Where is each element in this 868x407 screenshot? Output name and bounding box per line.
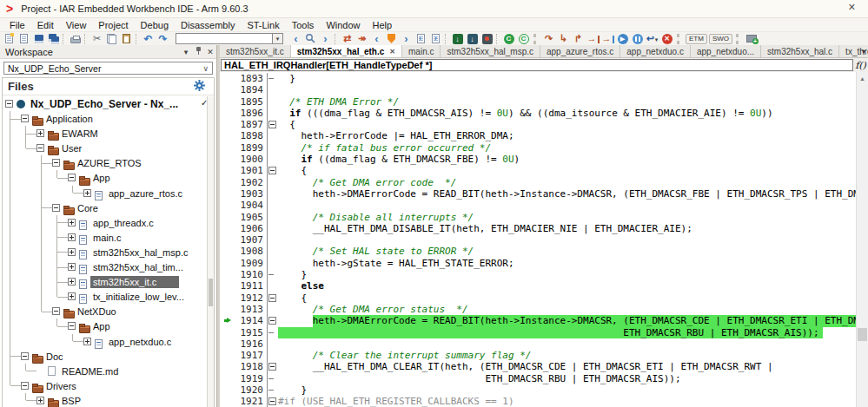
download-and-debug-icon[interactable]: ↓ [450, 32, 465, 45]
tree-row-app-threadx-c[interactable]: app_threadx.c [3, 215, 207, 230]
code-text[interactable]: } [278, 269, 856, 280]
breakpoint-margin[interactable] [220, 108, 235, 119]
break-icon[interactable] [630, 32, 645, 45]
code-line-1916[interactable]: 1916 [220, 338, 856, 350]
tree-item-label[interactable]: main.c [90, 232, 123, 244]
fold-margin[interactable] [267, 119, 278, 130]
tree-row-stm32h5xx-hal-msp-c[interactable]: stm32h5xx_hal_msp.c [3, 245, 207, 259]
tree-item-label[interactable]: stm32h5xx_it.c [90, 276, 179, 288]
tab-app-azure-rtos-c[interactable]: app_azure_rtos.c [540, 45, 620, 57]
prev-bookmark-icon[interactable]: ‹ [369, 32, 384, 45]
code-editor[interactable]: 1893 }18941895 /* ETH DMA Error */1896 i… [220, 72, 856, 407]
menu-tools[interactable]: Tools [286, 18, 321, 31]
tree-row-stm32h5xx-hal-tim[interactable]: stm32h5xx_hal_tim... [3, 259, 207, 274]
tree-item-label[interactable]: Nx_UDP_Echo_Server - Nx_... [28, 97, 181, 111]
tree-item-label[interactable]: User [59, 142, 84, 154]
code-text[interactable]: /* if fatal bus error occurred */ [278, 142, 856, 154]
save-icon[interactable] [31, 32, 46, 45]
toggle-bookmark-icon[interactable]: ⇄ [340, 32, 354, 45]
breakpoint-margin[interactable] [220, 361, 235, 372]
collapse-icon[interactable] [52, 307, 60, 315]
breakpoint-margin[interactable] [220, 188, 235, 200]
tree-item-label[interactable]: EWARM [59, 128, 101, 140]
code-text[interactable]: ETH_DMACSR_RBU | ETH_DMACSR_AIS)); [278, 373, 856, 384]
code-line-1910[interactable]: 1910 } [220, 269, 856, 280]
function-list-button[interactable]: f() [853, 60, 868, 71]
code-line-1905[interactable]: 1905 /* Disable all interrupts */ [220, 212, 856, 223]
menu-window[interactable]: Window [320, 18, 366, 31]
code-text[interactable]: ETH_DMACSR_RBU | ETH_DMACSR_AIS)); [278, 327, 856, 338]
collapse-icon[interactable] [68, 322, 76, 330]
code-line-1906[interactable]: 1906 __HAL_ETH_DMA_DISABLE_IT(heth, ETH_… [220, 223, 856, 234]
tree-scrollbar[interactable] [207, 96, 214, 407]
expand-icon[interactable] [68, 248, 76, 256]
menu-st-link[interactable]: ST-Link [241, 18, 285, 31]
code-line-1917[interactable]: 1917 /* Clear the interrupt summary flag… [220, 350, 856, 361]
breakpoint-margin[interactable] [220, 269, 235, 280]
code-line-1908[interactable]: 1908 /* Set HAL state to ERROR */ [220, 246, 856, 257]
tab-stm32h5xx-it-c[interactable]: stm32h5xx_it.c [220, 45, 291, 57]
breakpoint-margin[interactable] [220, 396, 235, 407]
close-window-icon[interactable]: ✕ [848, 2, 856, 13]
breakpoint-margin[interactable] [220, 246, 235, 257]
code-text[interactable]: /* Set HAL state to ERROR */ [278, 246, 856, 257]
cstat-analyze-icon[interactable]: C [501, 32, 516, 45]
code-text[interactable]: __HAL_ETH_DMA_CLEAR_IT(heth, (ETH_DMACSR… [278, 361, 856, 372]
tab-main-c[interactable]: main.c [402, 45, 441, 57]
expand-icon[interactable] [68, 219, 76, 226]
stop-debug-icon[interactable]: ✕ [659, 32, 674, 45]
tree-row-user[interactable]: User [3, 141, 207, 155]
breakpoint-margin[interactable] [220, 212, 235, 223]
code-text[interactable] [278, 338, 856, 350]
tree-scrollbar-thumb[interactable] [209, 279, 213, 306]
save-all-icon[interactable] [46, 32, 61, 45]
collapse-icon[interactable] [68, 174, 76, 181]
tree-item-label[interactable]: App [90, 320, 113, 332]
redo-icon[interactable]: ↷ [156, 32, 170, 45]
tree-row-application[interactable]: Application [3, 111, 207, 126]
tree-item-label[interactable]: Core [75, 202, 101, 214]
menu-edit[interactable]: Edit [31, 18, 60, 31]
fold-margin[interactable] [267, 165, 278, 176]
menu-help[interactable]: Help [367, 18, 399, 31]
tree-row-drivers[interactable]: Drivers [3, 378, 207, 393]
code-line-1918[interactable]: 1918 __HAL_ETH_DMA_CLEAR_IT(heth, (ETH_D… [220, 361, 856, 372]
breakpoint-margin[interactable] [220, 177, 235, 188]
tab-overflow-icon[interactable]: ▾ [862, 48, 865, 56]
code-line-1893[interactable]: 1893 } [220, 73, 856, 84]
code-line-1913[interactable]: 1913 /* Get DMA error status */ [220, 304, 856, 315]
editor-scrollbar-thumb[interactable] [858, 328, 867, 341]
code-line-1915[interactable]: 1915 ETH_DMACSR_RBU | ETH_DMACSR_AIS)); [220, 327, 856, 338]
code-line-1901[interactable]: 1901 { [220, 165, 856, 176]
breakpoint-margin[interactable] [220, 154, 235, 165]
code-line-1914[interactable]: 1914 heth->DMAErrorCode = READ_BIT(heth-… [220, 315, 856, 326]
workspace-close-icon[interactable]: ✕ [204, 48, 216, 56]
expand-icon[interactable] [68, 292, 76, 300]
code-line-1907[interactable]: 1907 [220, 234, 856, 246]
breakpoint-margin[interactable] [220, 130, 235, 141]
tab-app-netxduo-c[interactable]: app_netxduo.c [620, 45, 691, 57]
menu-view[interactable]: View [60, 18, 93, 31]
code-text[interactable]: } [278, 73, 856, 84]
print-icon[interactable] [68, 32, 83, 45]
tree-item-label[interactable]: stm32h5xx_hal_tim... [90, 261, 186, 273]
breadcrumb[interactable]: HAL_ETH_IRQHandler[ETH_HandleTypeDef *] [221, 59, 853, 71]
tree-item-label[interactable]: BSP [59, 395, 83, 407]
gear-icon[interactable] [194, 79, 205, 95]
tab-stm32h5xx-hal-c[interactable]: stm32h5xx_hal.c [761, 45, 839, 57]
tree-item-label[interactable]: tx_initialize_low_lev... [90, 291, 187, 303]
fold-collapse-icon[interactable] [268, 397, 276, 405]
tree-row-app[interactable]: App [3, 318, 207, 333]
breakpoint-margin[interactable] [220, 384, 235, 396]
tree-item-label[interactable]: app_azure_rtos.c [106, 187, 185, 200]
new-document-icon[interactable] [2, 32, 17, 45]
code-text[interactable]: /* Disable all interrupts */ [278, 212, 856, 223]
breakpoint-margin[interactable] [220, 142, 235, 154]
tree-row-readme-md[interactable]: README.md [3, 364, 207, 378]
browse-forward-icon[interactable]: › [318, 32, 333, 45]
breakpoint-margin[interactable] [220, 292, 235, 304]
tree-item-label[interactable]: Doc [43, 351, 66, 363]
collapse-icon[interactable] [21, 382, 29, 390]
tree-item-label[interactable]: app_netxduo.c [106, 336, 174, 348]
expand-icon[interactable] [68, 263, 76, 271]
